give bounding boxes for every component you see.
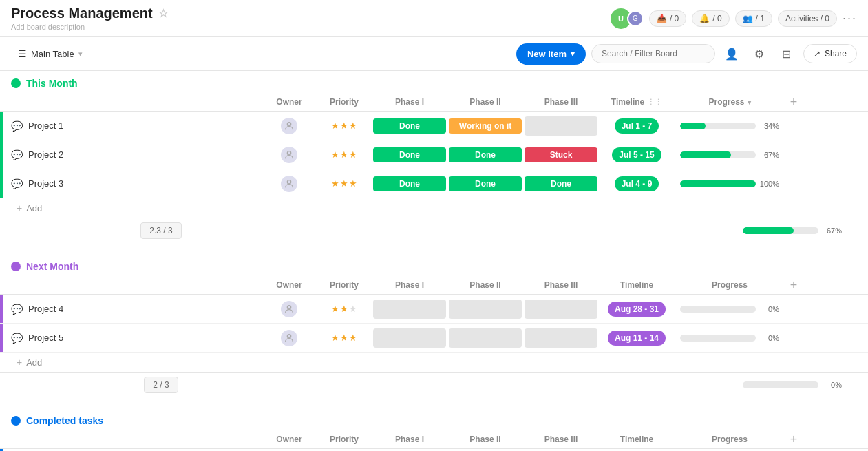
row-name-cell: 💬 Project 1 xyxy=(3,116,262,136)
row-owner-cell xyxy=(262,147,317,163)
summary-progress-fill xyxy=(743,227,794,234)
stat-updates[interactable]: 🔔 / 0 xyxy=(692,10,729,27)
row-priority-cell[interactable]: ★★★ xyxy=(317,178,372,189)
comment-icon[interactable]: 💬 xyxy=(11,304,23,315)
star-icon[interactable]: ☆ xyxy=(158,7,168,20)
row-timeline-cell[interactable]: Jul 4 - 9 xyxy=(599,174,675,194)
row-name[interactable]: Project 2 xyxy=(28,149,63,160)
add-row-button[interactable]: + Add xyxy=(0,353,868,372)
section-this-month: This Month Owner Priority Phase I Phase … xyxy=(0,71,868,243)
progress-percent: 34% xyxy=(760,122,779,130)
share-button[interactable]: ↗ Share xyxy=(803,44,857,63)
column-headers: Owner Priority Phase I Phase II Phase II… xyxy=(0,430,868,449)
comment-icon[interactable]: 💬 xyxy=(11,149,23,160)
svg-point-3 xyxy=(287,305,290,308)
table-icon: ☰ xyxy=(18,48,27,59)
header-left: Process Management ☆ Add board descripti… xyxy=(11,6,168,31)
toolbar: ☰ Main Table ▾ New Item ▾ 👤 ⚙ ⊟ ↗ Share xyxy=(0,37,868,71)
row-priority-cell[interactable]: ★★★ xyxy=(317,304,372,314)
owner-avatar[interactable] xyxy=(281,301,297,317)
title-text: Process Management xyxy=(11,6,153,21)
new-item-dropdown-icon: ▾ xyxy=(571,50,575,59)
progress-bar xyxy=(680,123,756,129)
new-item-button[interactable]: New Item ▾ xyxy=(516,43,586,65)
row-timeline-cell[interactable]: Aug 28 - 31 xyxy=(599,299,675,319)
row-name[interactable]: Project 4 xyxy=(28,304,63,314)
row-name-cell: 💬 Project 3 xyxy=(3,174,262,193)
comment-icon[interactable]: 💬 xyxy=(11,333,23,344)
stat-inbox[interactable]: 📥 / 0 xyxy=(649,10,686,27)
add-column-button[interactable]: + xyxy=(785,430,803,448)
board-description[interactable]: Add board description xyxy=(11,23,168,31)
row-phase1-cell[interactable]: Done xyxy=(372,174,447,194)
svg-point-1 xyxy=(287,151,290,154)
owner-avatar[interactable] xyxy=(281,118,297,134)
col-progress: Progress xyxy=(675,276,785,294)
col-name xyxy=(0,281,262,289)
row-phase3-cell[interactable] xyxy=(523,297,599,322)
row-priority-cell[interactable]: ★★★ xyxy=(317,120,372,131)
row-progress-cell: 0% xyxy=(675,331,785,345)
row-timeline-cell[interactable]: Jul 5 - 15 xyxy=(599,145,675,165)
col-add: + xyxy=(785,93,805,111)
search-input[interactable] xyxy=(591,44,715,63)
settings-icon-button[interactable]: ⚙ xyxy=(748,43,770,65)
more-options-icon[interactable]: ··· xyxy=(843,11,857,25)
section-title[interactable]: Completed tasks xyxy=(26,415,103,426)
row-phase2-cell[interactable] xyxy=(447,297,523,322)
person-icon-button[interactable]: 👤 xyxy=(721,43,743,65)
section-title[interactable]: Next Month xyxy=(26,261,78,272)
row-phase3-cell[interactable]: Done xyxy=(523,174,599,194)
row-phase3-cell[interactable] xyxy=(523,326,599,350)
priority-stars: ★★★ xyxy=(331,149,358,160)
priority-stars: ★★★ xyxy=(331,120,358,131)
row-phase1-cell[interactable] xyxy=(372,297,447,322)
timeline-badge: Aug 11 - 14 xyxy=(608,331,666,346)
section-header-next-month: Next Month xyxy=(0,254,868,276)
section-dot xyxy=(11,78,21,88)
col-priority: Priority xyxy=(317,93,372,111)
row-phase2-cell[interactable]: Done xyxy=(447,145,523,165)
comment-icon[interactable]: 💬 xyxy=(11,178,23,189)
row-timeline-cell[interactable]: Aug 11 - 14 xyxy=(599,328,675,348)
comment-icon[interactable]: 💬 xyxy=(11,120,23,132)
col-owner: Owner xyxy=(262,430,317,448)
row-progress-cell: 67% xyxy=(675,148,785,162)
plus-icon: + xyxy=(17,202,22,213)
row-name[interactable]: Project 5 xyxy=(28,333,63,343)
row-phase1-cell[interactable]: Done xyxy=(372,116,447,136)
add-column-button[interactable]: + xyxy=(785,276,803,294)
row-phase2-cell[interactable]: Working on it xyxy=(447,116,523,136)
avatar-secondary[interactable]: G xyxy=(627,10,644,27)
owner-avatar[interactable] xyxy=(281,330,297,346)
progress-percent: 0% xyxy=(760,305,779,313)
sort-icon[interactable]: ▾ xyxy=(748,98,751,106)
activities-stat[interactable]: Activities / 0 xyxy=(778,10,837,27)
table-view-button[interactable]: ☰ Main Table ▾ xyxy=(11,44,89,63)
updates-count: / 0 xyxy=(712,14,721,23)
timeline-badge: Jul 5 - 15 xyxy=(612,147,661,162)
row-phase2-cell[interactable]: Done xyxy=(447,174,523,194)
add-column-button[interactable]: + xyxy=(785,93,803,111)
row-name[interactable]: Project 1 xyxy=(28,120,63,131)
col-phase3: Phase III xyxy=(523,430,599,448)
row-name[interactable]: Project 3 xyxy=(28,178,63,189)
row-priority-cell[interactable]: ★★★ xyxy=(317,149,372,160)
row-timeline-cell[interactable]: Jul 1 - 7 xyxy=(599,116,675,136)
filter-icon-button[interactable]: ⊟ xyxy=(776,43,798,65)
owner-avatar[interactable] xyxy=(281,147,297,163)
row-phase2-cell[interactable] xyxy=(447,326,523,350)
row-phase1-cell[interactable] xyxy=(372,326,447,350)
section-title[interactable]: This Month xyxy=(26,78,78,89)
progress-percent: 0% xyxy=(760,334,779,342)
row-name-cell: 💬 Project 5 xyxy=(3,328,262,348)
row-phase3-cell[interactable]: Stuck xyxy=(523,145,599,165)
add-label: Add xyxy=(26,203,42,213)
col-name xyxy=(0,435,262,443)
row-priority-cell[interactable]: ★★★ xyxy=(317,333,372,343)
add-row-button[interactable]: + Add xyxy=(0,198,868,218)
owner-avatar[interactable] xyxy=(281,176,297,192)
row-phase3-cell[interactable] xyxy=(523,114,599,138)
stat-users[interactable]: 👥 / 1 xyxy=(735,10,772,27)
row-phase1-cell[interactable]: Done xyxy=(372,145,447,165)
